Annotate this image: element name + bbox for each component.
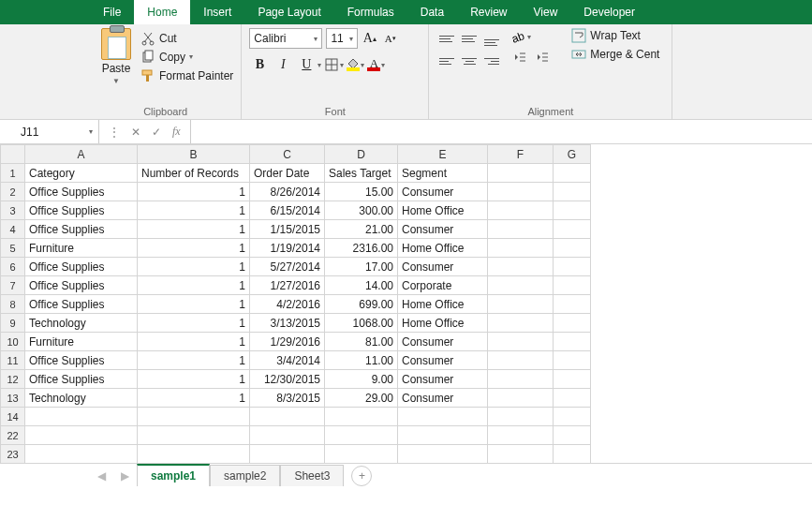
cell[interactable]: 1	[138, 295, 250, 314]
cell[interactable]: 300.00	[325, 201, 398, 220]
cell[interactable]: 21.00	[325, 220, 398, 239]
font-name-select[interactable]: Calibri▾	[249, 28, 322, 49]
chevron-down-icon[interactable]: ▼	[112, 77, 120, 85]
underline-button[interactable]: U▾	[296, 54, 321, 75]
tab-formulas[interactable]: Formulas	[334, 0, 407, 24]
cell[interactable]: 9.00	[325, 370, 398, 389]
row-header[interactable]: 1	[1, 164, 25, 183]
row-header[interactable]: 6	[1, 258, 25, 276]
column-header-G[interactable]: G	[554, 145, 591, 164]
row-header[interactable]: 10	[1, 333, 25, 351]
fill-color-button[interactable]: ▾	[347, 58, 364, 71]
cell[interactable]: Technology	[25, 389, 138, 408]
cell[interactable]	[488, 183, 554, 201]
cell[interactable]: 1/27/2016	[250, 276, 325, 295]
cell[interactable]	[488, 389, 554, 408]
cell[interactable]	[325, 426, 398, 445]
cell[interactable]: 1/15/2015	[250, 220, 325, 239]
cell[interactable]: Furniture	[25, 239, 138, 258]
merge-center-button[interactable]: Merge & Cent	[571, 47, 659, 62]
cell[interactable]: 6/15/2014	[250, 201, 325, 220]
cell[interactable]: Home Office	[398, 314, 488, 333]
cell[interactable]	[488, 314, 554, 333]
cell[interactable]	[488, 333, 554, 351]
row-header[interactable]: 2	[1, 183, 25, 201]
enter-formula-icon[interactable]: ✓	[152, 126, 161, 139]
align-top-button[interactable]	[436, 28, 457, 49]
cell[interactable]: 8/26/2014	[250, 183, 325, 201]
italic-button[interactable]: I	[273, 54, 293, 75]
cell[interactable]: 8/3/2015	[250, 389, 325, 408]
cell[interactable]: 11.00	[325, 351, 398, 370]
column-header-A[interactable]: A	[25, 145, 138, 164]
increase-font-button[interactable]: A▴	[362, 29, 378, 48]
borders-button[interactable]: ▾	[324, 57, 344, 72]
sheet-tab-sheet3[interactable]: Sheet3	[280, 465, 344, 486]
cell[interactable]: 29.00	[325, 389, 398, 408]
name-box[interactable]: J11▾	[15, 120, 99, 143]
cell[interactable]	[488, 408, 554, 426]
cell[interactable]: 4/2/2016	[250, 295, 325, 314]
cell[interactable]: 81.00	[325, 333, 398, 351]
tab-insert[interactable]: Insert	[190, 0, 244, 24]
cell[interactable]: Segment	[398, 164, 488, 183]
cell[interactable]	[554, 276, 591, 295]
cell[interactable]	[554, 445, 591, 464]
cell[interactable]	[554, 389, 591, 408]
align-center-button[interactable]	[459, 51, 480, 71]
orientation-button[interactable]: ab▾	[509, 28, 553, 45]
cell[interactable]	[138, 426, 250, 445]
cell[interactable]: Sales Target	[325, 164, 398, 183]
cell[interactable]: 1	[138, 258, 250, 276]
cell[interactable]	[554, 351, 591, 370]
cell[interactable]: Consumer	[398, 258, 488, 276]
cell[interactable]	[554, 201, 591, 220]
cell[interactable]	[488, 370, 554, 389]
cell[interactable]	[554, 295, 591, 314]
formula-bar[interactable]	[190, 120, 812, 143]
column-header-E[interactable]: E	[398, 145, 488, 164]
cell[interactable]	[25, 408, 138, 426]
cell[interactable]	[488, 276, 554, 295]
cell[interactable]	[554, 370, 591, 389]
cell[interactable]: Office Supplies	[25, 370, 138, 389]
cell[interactable]: 1	[138, 201, 250, 220]
cell[interactable]: Consumer	[398, 333, 488, 351]
cell[interactable]: 1	[138, 239, 250, 258]
cancel-formula-icon[interactable]: ✕	[131, 126, 140, 139]
cell[interactable]: Furniture	[25, 333, 138, 351]
cell[interactable]: Number of Records	[138, 164, 250, 183]
cell[interactable]: 12/30/2015	[250, 370, 325, 389]
cell[interactable]	[554, 426, 591, 445]
cell[interactable]: Consumer	[398, 183, 488, 201]
cell[interactable]: Consumer	[398, 351, 488, 370]
align-middle-button[interactable]	[459, 28, 480, 49]
cell[interactable]: Office Supplies	[25, 183, 138, 201]
cell[interactable]	[554, 220, 591, 239]
tab-review[interactable]: Review	[457, 0, 520, 24]
tab-home[interactable]: Home	[134, 0, 190, 24]
align-left-button[interactable]	[436, 51, 457, 71]
cell[interactable]: Home Office	[398, 295, 488, 314]
column-header-D[interactable]: D	[325, 145, 398, 164]
cell[interactable]: 1	[138, 183, 250, 201]
row-header[interactable]: 23	[1, 445, 25, 464]
paste-button[interactable]: Paste ▼	[97, 28, 135, 85]
cell[interactable]	[554, 239, 591, 258]
wrap-text-button[interactable]: Wrap Text	[571, 28, 659, 43]
cell[interactable]	[488, 445, 554, 464]
cell[interactable]: Consumer	[398, 220, 488, 239]
cell[interactable]: Corporate	[398, 276, 488, 295]
cell[interactable]	[554, 164, 591, 183]
prev-sheet-icon[interactable]: ◀	[90, 469, 113, 483]
cell[interactable]	[138, 408, 250, 426]
cell[interactable]: 1	[138, 389, 250, 408]
cell[interactable]: Office Supplies	[25, 220, 138, 239]
decrease-font-button[interactable]: A▾	[382, 29, 399, 48]
cell[interactable]: 2316.00	[325, 239, 398, 258]
column-header-B[interactable]: B	[138, 145, 250, 164]
cell[interactable]	[250, 445, 325, 464]
cell[interactable]: Consumer	[398, 389, 488, 408]
column-header-F[interactable]: F	[488, 145, 554, 164]
cell[interactable]	[554, 333, 591, 351]
